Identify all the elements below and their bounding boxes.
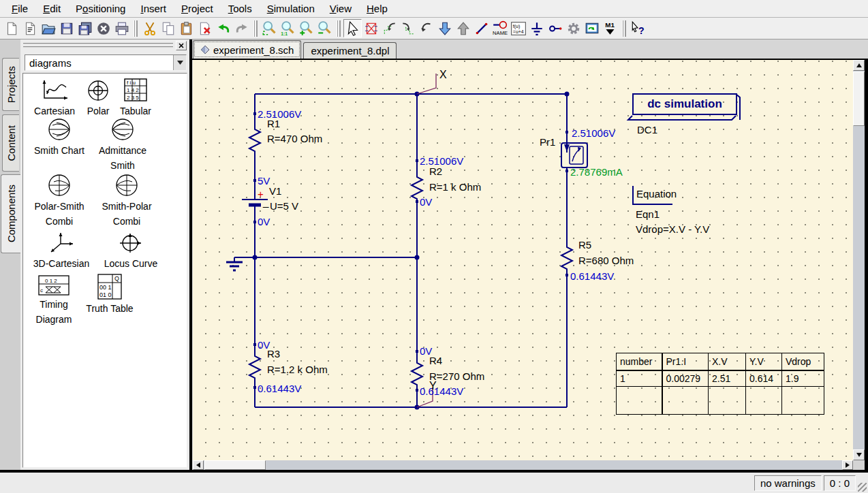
component-name-r1[interactable]: R1: [267, 118, 280, 129]
component-name-r2[interactable]: R2: [429, 166, 442, 176]
tab-experiment-8-sch[interactable]: experiment_8.sch: [193, 40, 301, 59]
push-into-button[interactable]: [435, 19, 454, 37]
ground-button[interactable]: [527, 19, 546, 37]
dock-tab-projects[interactable]: Projects: [2, 58, 19, 111]
dock-tab-components[interactable]: Components: [1, 174, 20, 253]
voltage-label-r5-bottom[interactable]: 0.61443V: [570, 271, 614, 281]
chevron-down-icon[interactable]: [173, 55, 186, 70]
result-table[interactable]: number Pr1.I X.V Y.V Vdrop 1 0.00279 2.5…: [616, 353, 824, 415]
list-item-3d-cartesian[interactable]: 3D-Cartesian: [25, 230, 98, 271]
equation-title[interactable]: Equation: [636, 189, 677, 199]
redo-button[interactable]: [232, 19, 251, 37]
component-name-pr1[interactable]: Pr1: [540, 137, 555, 147]
help-pointer-button[interactable]: ?: [629, 19, 647, 37]
tab-experiment-8-dpl[interactable]: experiment_8.dpl: [303, 42, 397, 59]
voltage-label-v1-bottom[interactable]: 0V: [258, 217, 270, 227]
component-value-r4[interactable]: R=270 Ohm: [429, 371, 484, 381]
node-label-y[interactable]: Y: [429, 381, 437, 391]
new-text-button[interactable]: [20, 19, 39, 37]
node-label-x[interactable]: X: [439, 69, 447, 80]
voltage-label-r2-bottom[interactable]: 0V: [420, 197, 432, 207]
menu-simulation[interactable]: Simulation: [260, 0, 322, 18]
list-item-timing-diagram[interactable]: 0 1 2c Timing Diagram: [23, 275, 84, 328]
component-category-dropdown[interactable]: diagrams: [25, 54, 187, 71]
zoom-fit-button[interactable]: [260, 19, 279, 37]
list-item-polar-smith-combi[interactable]: Polar-Smith Combi: [29, 173, 89, 229]
component-value-r5[interactable]: R=680 Ohm: [578, 255, 634, 266]
marker-button[interactable]: M1: [601, 19, 619, 37]
menu-view[interactable]: View: [322, 0, 359, 18]
voltage-label-r3-bottom[interactable]: 0.61443V: [258, 383, 301, 394]
dc-simulation-block[interactable]: dc simulation: [632, 93, 737, 115]
equation-button[interactable]: f(u)=u+4: [509, 19, 527, 37]
delete-component-button[interactable]: [362, 19, 380, 37]
new-file-button[interactable]: [2, 19, 20, 37]
port-button[interactable]: [546, 19, 564, 37]
cut-button[interactable]: [140, 19, 159, 37]
menu-project[interactable]: Project: [174, 0, 221, 18]
component-name-r5[interactable]: R5: [578, 240, 591, 250]
zoom-in-button[interactable]: [297, 19, 315, 37]
list-item-tabular[interactable]: f i u1 4 22 3 5 Tabular: [112, 78, 159, 118]
component-name-r4[interactable]: R4: [429, 355, 442, 366]
vertical-scrollbar[interactable]: [853, 60, 865, 460]
close-button[interactable]: [94, 19, 112, 37]
component-value-r2[interactable]: R=1 k Ohm: [429, 182, 481, 192]
copy-button[interactable]: [159, 19, 177, 37]
menu-positioning[interactable]: Positioning: [68, 0, 133, 18]
vertical-scroll-thumb[interactable]: [853, 71, 865, 126]
view-data-button[interactable]: [583, 19, 601, 37]
component-name-r3[interactable]: R3: [267, 349, 280, 359]
horizontal-scrollbar[interactable]: [193, 460, 853, 470]
undo-button[interactable]: [214, 19, 232, 37]
scroll-right-button[interactable]: [842, 460, 853, 470]
component-name-eqn1[interactable]: Eqn1: [636, 209, 660, 219]
wire-button[interactable]: [472, 19, 491, 37]
zoom-out-button[interactable]: [315, 19, 334, 37]
horizontal-scroll-thumb[interactable]: [204, 460, 266, 470]
component-name-dc1[interactable]: DC1: [637, 125, 657, 135]
list-item-smith-polar-combi[interactable]: Smith-Polar Combi: [95, 173, 158, 229]
save-button[interactable]: [57, 19, 76, 37]
voltage-label-v1-top[interactable]: 5V: [258, 176, 270, 186]
zoom-1-1-button[interactable]: 1:1: [279, 19, 297, 37]
rotate-button[interactable]: [417, 19, 435, 37]
menu-insert[interactable]: Insert: [133, 0, 174, 18]
dock-drag-handle[interactable]: [23, 43, 173, 48]
scroll-left-button[interactable]: [193, 460, 204, 470]
scroll-down-button[interactable]: [853, 449, 865, 460]
mirror-x-button[interactable]: [380, 19, 399, 37]
list-item-cartesian[interactable]: Cartesian: [23, 78, 86, 118]
dock-close-button[interactable]: [176, 41, 187, 50]
voltage-label-pr1-top[interactable]: 2.51006V: [572, 128, 615, 138]
voltage-label-r4-bottom[interactable]: 0.61443V: [420, 386, 463, 396]
simulate-button[interactable]: [564, 19, 583, 37]
list-item-locus-curve[interactable]: Locus Curve: [97, 230, 165, 271]
menu-file[interactable]: File: [4, 0, 35, 18]
equation-formula[interactable]: Vdrop=X.V - Y.V: [636, 224, 709, 234]
open-button[interactable]: [39, 19, 57, 37]
menu-edit[interactable]: Edit: [35, 0, 68, 18]
save-all-button[interactable]: [76, 19, 94, 37]
list-item-admittance-smith[interactable]: Admittance Smith: [91, 117, 154, 174]
mirror-y-button[interactable]: [399, 19, 417, 37]
scroll-up-button[interactable]: [853, 60, 865, 71]
dock-tab-content[interactable]: Content: [2, 114, 19, 172]
select-button[interactable]: [343, 19, 362, 37]
print-button[interactable]: [112, 19, 131, 37]
component-value-v1[interactable]: U=5 V: [270, 201, 298, 211]
schematic-canvas[interactable]: 2.51006V R1 R=470 Ohm 5V V1 + _ U=5 V 0V…: [193, 60, 853, 460]
delete-button[interactable]: [196, 19, 214, 37]
paste-button[interactable]: [177, 19, 196, 37]
component-value-r1[interactable]: R=470 Ohm: [267, 133, 322, 144]
current-label-pr1[interactable]: 2.78769mA: [570, 167, 623, 177]
wire-label-button[interactable]: NAME: [491, 19, 509, 37]
menu-tools[interactable]: Tools: [221, 0, 260, 18]
list-item-smith-chart[interactable]: Smith Chart: [27, 117, 92, 158]
component-value-r3[interactable]: R=1.2 k Ohm: [267, 364, 328, 375]
menu-help[interactable]: Help: [359, 0, 395, 18]
voltage-label-r2-top[interactable]: 2.51006V: [420, 156, 463, 166]
resize-grip[interactable]: [858, 483, 867, 492]
list-item-truth-table[interactable]: Q00 101 0 Truth Table: [78, 274, 142, 316]
pop-out-button[interactable]: [454, 19, 472, 37]
